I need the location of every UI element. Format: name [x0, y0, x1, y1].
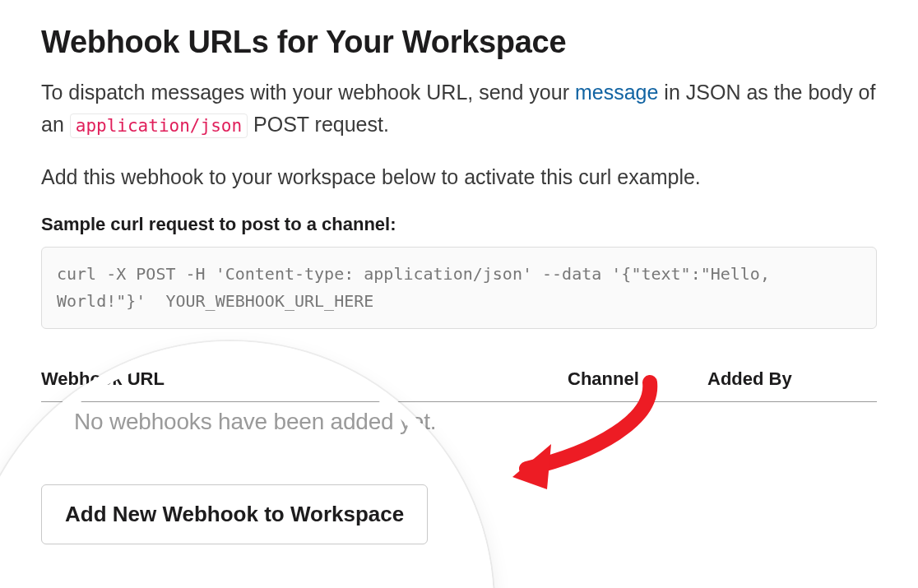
page-title: Webhook URLs for Your Workspace — [41, 25, 877, 60]
activate-paragraph: Add this webhook to your workspace below… — [41, 165, 877, 189]
webhook-table-header: Webhook URL Channel Added By — [41, 368, 877, 402]
content-type-code: application/json — [70, 113, 248, 138]
message-link[interactable]: message — [575, 81, 658, 104]
sample-curl-label: Sample curl request to post to a channel… — [41, 214, 877, 235]
empty-state-text: No webhooks have been added yet. — [41, 402, 877, 435]
col-channel: Channel — [568, 368, 707, 390]
col-webhook-url: Webhook URL — [41, 368, 568, 390]
curl-code-block: curl -X POST -H 'Content-type: applicati… — [41, 247, 877, 329]
col-added-by: Added By — [707, 368, 877, 390]
intro-text-before: To dispatch messages with your webhook U… — [41, 81, 575, 104]
intro-paragraph: To dispatch messages with your webhook U… — [41, 76, 877, 141]
intro-tail: POST request. — [248, 113, 389, 136]
add-webhook-button[interactable]: Add New Webhook to Workspace — [41, 484, 428, 544]
